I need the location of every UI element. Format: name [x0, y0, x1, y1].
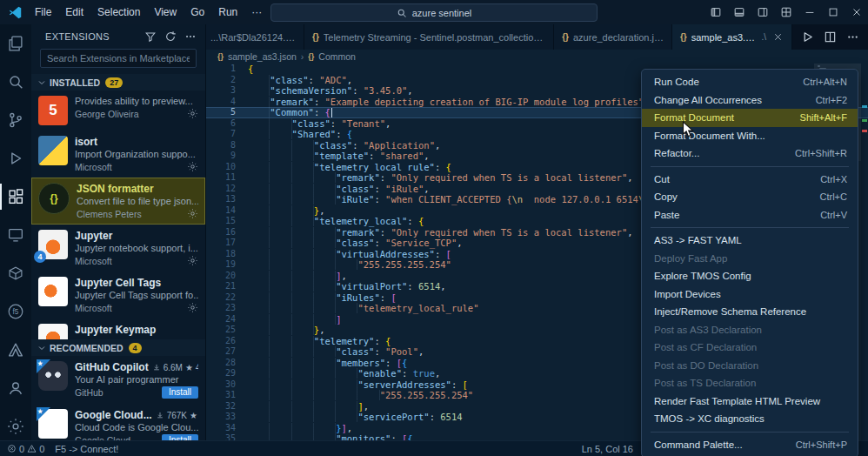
- minimize-button[interactable]: [798, 0, 821, 24]
- section-installed[interactable]: INSTALLED 27: [31, 74, 205, 91]
- menu-item-format-document[interactable]: Format DocumentShift+Alt+F: [642, 109, 858, 127]
- manage-gear-icon[interactable]: [187, 302, 198, 313]
- section-recommended[interactable]: RECOMMENDED 4: [31, 339, 205, 356]
- toggle-secondary-sidebar-button[interactable]: [751, 0, 774, 24]
- titlebar-actions: [704, 0, 868, 24]
- command-center-search[interactable]: azure sentinel: [270, 3, 598, 22]
- tab-sample-as3-json[interactable]: {}sample_as3.json.\: [672, 24, 792, 50]
- extension-item[interactable]: ★GitHub Copilot6.6M★ 4Your AI pair progr…: [31, 356, 205, 404]
- close-tab-icon[interactable]: [772, 31, 784, 43]
- install-button[interactable]: Install: [162, 386, 198, 399]
- extension-description: Provides ability to preview...: [75, 96, 198, 106]
- manage-gear-icon[interactable]: [187, 108, 198, 119]
- mouse-cursor-icon: [682, 121, 694, 138]
- menu-item-as3-fast-yaml[interactable]: AS3 -> FAST YAML: [642, 231, 858, 250]
- split-editor-button[interactable]: [824, 30, 837, 44]
- extension-item[interactable]: 4JupyterJupyter notebook support, i...Mi…: [31, 225, 205, 272]
- activity-a-logo-button[interactable]: [0, 331, 31, 369]
- line-number: 34: [206, 423, 248, 434]
- tab-azure-declaration-json[interactable]: {}azure_declaration.json: [554, 24, 672, 50]
- vscode-logo-icon: [8, 5, 23, 20]
- activity-accounts-button[interactable]: [0, 369, 31, 407]
- explorer-icon: [6, 34, 25, 53]
- menu-more[interactable]: ···: [244, 0, 269, 24]
- menu-item-render-fast-template-html-preview[interactable]: Render Fast Template HTML Preview: [642, 392, 858, 411]
- a-logo-icon: [6, 340, 25, 359]
- more-button[interactable]: [846, 30, 859, 44]
- extension-description: Cloud Code is Google Clou...: [75, 422, 198, 433]
- activity-run-debug-button[interactable]: [0, 139, 31, 178]
- extension-item[interactable]: ★Google Cloud...767K★ 3Cloud Code is Goo…: [31, 404, 205, 440]
- tab-telemetry-streaming-sentinel-postman-collection-json[interactable]: {}Telemetry Streaming - Sentinel.postman…: [304, 24, 554, 50]
- extension-item[interactable]: {}JSON formatterConvert file to file typ…: [31, 178, 205, 225]
- menu-item-refactor[interactable]: Refactor...Ctrl+Shift+R: [642, 144, 858, 163]
- activity-containers-button[interactable]: [0, 254, 31, 292]
- filter-button[interactable]: [144, 30, 157, 43]
- cursor-position-status[interactable]: Ln 5, Col 16: [582, 444, 633, 454]
- extension-info: Jupyter Keymap: [75, 324, 198, 339]
- toggle-sidebar-button[interactable]: [704, 0, 727, 24]
- activity-search-button[interactable]: [0, 63, 31, 101]
- activity-remote-explorer-button[interactable]: [0, 216, 31, 254]
- activity-extensions-button[interactable]: [0, 178, 31, 216]
- menu-item-paste[interactable]: PasteCtrl+V: [642, 206, 858, 225]
- tab--rar-dla26124-19679[interactable]: ...\Rar$Dla26124.19679: [206, 24, 304, 50]
- menu-item-command-palette[interactable]: Command Palette...Ctrl+Shift+P: [642, 436, 858, 454]
- breadcrumb-item[interactable]: Common: [318, 51, 356, 62]
- menu-item-label: Cut: [654, 174, 670, 184]
- maximize-button[interactable]: [821, 0, 845, 24]
- menu-item-run-code[interactable]: Run CodeCtrl+Alt+N: [642, 73, 858, 91]
- menu-item-label: Run Code: [654, 77, 699, 87]
- menu-go[interactable]: Go: [184, 0, 211, 24]
- menu-item-explore-tmos-config[interactable]: Explore TMOS Config: [642, 267, 858, 285]
- extension-item[interactable]: Jupyter Cell TagsJupyter Cell Tags suppo…: [31, 272, 205, 319]
- menu-item-change-all-occurrences[interactable]: Change All OccurrencesCtrl+F2: [642, 91, 858, 110]
- menu-item-label: AS3 -> FAST YAML: [654, 235, 742, 245]
- play-button[interactable]: [801, 30, 814, 44]
- line-number: 32: [206, 401, 248, 412]
- menu-edit[interactable]: Edit: [58, 0, 90, 24]
- manage-gear-icon[interactable]: [187, 255, 198, 266]
- extension-item[interactable]: 5Provides ability to preview...George Ol…: [31, 91, 205, 131]
- html5-extension-icon: 5: [38, 96, 68, 125]
- extension-item[interactable]: isortImport Organization suppo...Microso…: [31, 131, 205, 178]
- line-number: 6: [206, 118, 248, 130]
- menu-item-post-as-do-declaration: Post as DO Declaration: [642, 357, 858, 375]
- menu-item-cut[interactable]: CutCtrl+X: [642, 171, 858, 189]
- customize-layout-button[interactable]: [774, 0, 798, 24]
- menu-item-copy[interactable]: CopyCtrl+C: [642, 188, 858, 206]
- recommended-count-badge: 4: [129, 343, 142, 353]
- activity-explorer-button[interactable]: [0, 24, 31, 63]
- menu-file[interactable]: File: [28, 0, 58, 24]
- menu-item-inject-remove-schema-reference[interactable]: Inject/Remove Schema Reference: [642, 303, 858, 321]
- context-menu: Run CodeCtrl+Alt+NChange All Occurrences…: [641, 69, 858, 456]
- f5-connect-status[interactable]: F5 -> Connect!: [55, 444, 118, 454]
- extension-name: Jupyter Cell Tags: [75, 277, 161, 289]
- problems-status[interactable]: 0 0: [7, 444, 44, 454]
- menu-item-format-document-with[interactable]: Format Document With...: [642, 127, 858, 145]
- jupyter-extension-icon: 4: [38, 230, 68, 259]
- menu-run[interactable]: Run: [211, 0, 244, 24]
- menu-item-import-devices[interactable]: Import Devices: [642, 285, 858, 304]
- line-number: 22: [206, 292, 248, 304]
- manage-gear-icon[interactable]: [187, 161, 198, 172]
- extensions-search-input[interactable]: [40, 49, 197, 68]
- manage-gear-icon[interactable]: [187, 208, 198, 219]
- install-button[interactable]: Install: [162, 434, 198, 440]
- close-window-button[interactable]: [845, 0, 868, 24]
- menu-item-shortcut: Ctrl+Alt+N: [787, 77, 847, 87]
- activity-f5-button[interactable]: f5: [0, 292, 31, 331]
- menu-view[interactable]: View: [147, 0, 184, 24]
- more-button[interactable]: [184, 30, 197, 43]
- activity-source-control-button[interactable]: [0, 101, 31, 139]
- menu-item-label: Deploy Fast App: [654, 253, 727, 264]
- menu-selection[interactable]: Selection: [90, 0, 147, 24]
- toggle-panel-button[interactable]: [727, 0, 751, 24]
- refresh-button[interactable]: [164, 30, 177, 43]
- line-number: 17: [206, 238, 248, 249]
- breadcrumb-item[interactable]: sample_as3.json: [228, 51, 297, 62]
- line-number: 26: [206, 336, 248, 347]
- line-number: 1: [206, 64, 248, 75]
- extension-item[interactable]: Jupyter Keymap: [31, 319, 205, 339]
- menu-item-tmos-xc-diagnostics[interactable]: TMOS -> XC diagnostics: [642, 410, 858, 428]
